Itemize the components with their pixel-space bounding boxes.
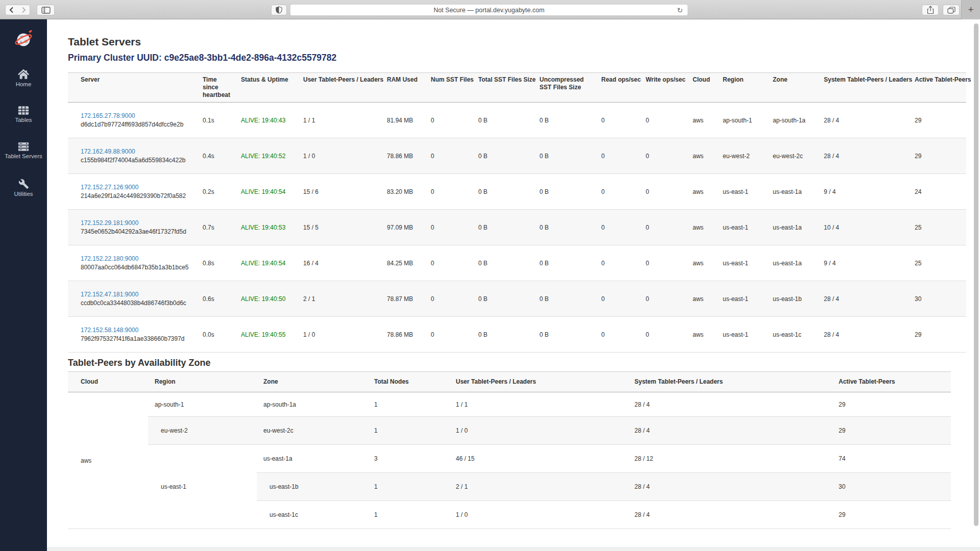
- vertical-scrollbar-thumb[interactable]: [974, 23, 978, 526]
- column-header-unc-sst: Uncompressed SST Files Size: [534, 73, 596, 103]
- cell-num-sst: 0: [426, 174, 473, 210]
- cell-unc-sst: 0 B: [534, 245, 596, 281]
- cell-user-peers: 2 / 1: [449, 473, 628, 501]
- sidebar-item-tablet-servers[interactable]: Tablet Servers: [0, 142, 47, 159]
- share-button[interactable]: [922, 5, 939, 15]
- cell-user-peers: 15 / 5: [298, 210, 382, 245]
- column-header-server: Server: [68, 73, 198, 103]
- cell-zone: us-east-1b: [768, 281, 819, 317]
- cell-zone: us-east-1c: [768, 317, 819, 353]
- server-link[interactable]: 172.152.47.181:9000: [81, 291, 193, 298]
- cell-region: us-east-1: [718, 210, 768, 245]
- cell-ram: 83.20 MB: [382, 174, 426, 210]
- cell-cloud: aws: [688, 281, 718, 317]
- cell-status: ALIVE: 19:40:52: [236, 138, 298, 174]
- az-section-title: Tablet-Peers by Availability Zone: [68, 358, 980, 368]
- cell-num-sst: 0: [426, 138, 473, 174]
- privacy-shield-button[interactable]: [271, 5, 287, 15]
- cell-zone: ap-south-1a: [768, 103, 819, 138]
- cell-user-peers: 2 / 1: [298, 281, 382, 317]
- server-link[interactable]: 172.152.27.126:9000: [81, 184, 193, 191]
- cell-active-peers: 29: [910, 317, 966, 353]
- sidebar-item-tables[interactable]: Tables: [0, 106, 47, 123]
- cell-sst-size: 0 B: [473, 138, 534, 174]
- cell-active-peers: 25: [910, 245, 966, 281]
- cell-read-ops: 0: [596, 138, 641, 174]
- plus-icon: +: [968, 4, 973, 15]
- server-uuid: ccdb0c0ca33448038b4d86746f3b0d6c: [81, 299, 193, 307]
- column-header-status: Status & Uptime: [236, 73, 298, 103]
- cell-write-ops: 0: [641, 103, 688, 138]
- column-header-user-peers: User Tablet-Peers / Leaders: [298, 73, 382, 103]
- server-link[interactable]: 172.152.22.180:9000: [81, 255, 193, 262]
- url-bar[interactable]: Not Secure — portal.dev.yugabyte.com ↻: [290, 4, 688, 16]
- cell-num-sst: 0: [426, 245, 473, 281]
- cell-system-peers: 10 / 4: [819, 210, 910, 245]
- sidebar-toggle-button[interactable]: [37, 5, 55, 15]
- refresh-icon[interactable]: ↻: [677, 6, 683, 15]
- cell-user-peers: 1 / 0: [298, 317, 382, 353]
- table-row: 172.152.22.180:9000 80007aa0cc064db6847b…: [68, 245, 966, 281]
- app-sidebar: Home Tables Tablet Servers Utili: [0, 19, 47, 551]
- back-button[interactable]: [5, 5, 18, 15]
- column-header-sst-size: Total SST Files Size: [473, 73, 534, 103]
- cell-system-peers: 28 / 4: [628, 417, 832, 445]
- cell-region: us-east-1: [718, 174, 768, 210]
- cell-heartbeat: 0.7s: [198, 210, 236, 245]
- cell-user-peers: 15 / 6: [298, 174, 382, 210]
- cell-region: ap-south-1: [148, 392, 257, 417]
- cell-system-peers: 28 / 4: [819, 281, 910, 317]
- column-header-active-peers: Active Tablet-Peers: [910, 73, 966, 103]
- az-table: Cloud Region Zone Total Nodes User Table…: [68, 371, 951, 529]
- table-row: 172.152.58.148:9000 7962f975327f41f6a1ae…: [68, 317, 966, 353]
- app-logo[interactable]: [0, 29, 47, 50]
- cell-cloud: aws: [688, 210, 718, 245]
- home-icon: [18, 69, 29, 80]
- cell-user-peers: 16 / 4: [298, 245, 382, 281]
- horizontal-scrollbar-track[interactable]: [47, 547, 980, 551]
- cell-system-peers: 28 / 4: [819, 103, 910, 138]
- server-link[interactable]: 172.162.49.88:9000: [81, 148, 193, 155]
- cell-sst-size: 0 B: [473, 103, 534, 138]
- new-tab-button[interactable]: +: [961, 0, 980, 19]
- sidebar-item-utilities[interactable]: Utilities: [0, 179, 47, 197]
- table-row: aws ap-south-1 ap-south-1a 1 1 / 1 28 / …: [68, 392, 951, 417]
- cell-total-nodes: 3: [368, 445, 449, 473]
- sidebar-item-label: Tables: [15, 117, 32, 123]
- cell-active-peers: 30: [832, 473, 951, 501]
- server-link[interactable]: 172.165.27.78:9000: [81, 112, 193, 119]
- column-header-zone: Zone: [768, 73, 819, 103]
- server-uuid: 7345e0652b404292a3ae46f17327fd5d: [81, 228, 193, 235]
- cell-zone: eu-west-2c: [257, 417, 368, 445]
- cell-zone: us-east-1c: [257, 501, 368, 529]
- cell-system-peers: 28 / 4: [628, 392, 832, 417]
- cell-user-peers: 1 / 0: [298, 138, 382, 174]
- cell-num-sst: 0: [426, 103, 473, 138]
- table-header-row: Cloud Region Zone Total Nodes User Table…: [68, 372, 951, 392]
- tab-overview-button[interactable]: [943, 5, 960, 15]
- cell-write-ops: 0: [641, 281, 688, 317]
- forward-button[interactable]: [17, 5, 30, 15]
- cell-heartbeat: 0.1s: [198, 103, 236, 138]
- cell-heartbeat: 0.6s: [198, 281, 236, 317]
- server-link[interactable]: 172.152.58.148:9000: [81, 327, 193, 334]
- column-header-system-peers: System Tablet-Peers / Leaders: [628, 372, 832, 392]
- server-uuid: 7962f975327f41f6a1ae338660b7397d: [81, 335, 193, 342]
- cell-heartbeat: 0.4s: [198, 138, 236, 174]
- cell-region: eu-west-2: [718, 138, 768, 174]
- cell-unc-sst: 0 B: [534, 281, 596, 317]
- cell-sst-size: 0 B: [473, 245, 534, 281]
- column-header-region: Region: [148, 372, 257, 392]
- server-uuid: 214a6e29f1a24c449829390b72f0a582: [81, 192, 193, 199]
- cell-system-peers: 28 / 4: [819, 317, 910, 353]
- server-link[interactable]: 172.152.29.181:9000: [81, 219, 193, 227]
- cell-status: ALIVE: 19:40:54: [236, 174, 298, 210]
- sidebar-item-label: Tablet Servers: [5, 153, 42, 159]
- column-header-active-peers: Active Tablet-Peers: [832, 372, 951, 392]
- back-chevron-icon: [9, 7, 14, 13]
- shield-icon: [276, 6, 282, 14]
- cell-cloud: aws: [688, 103, 718, 138]
- sidebar-item-home[interactable]: Home: [0, 69, 47, 87]
- column-header-cloud: Cloud: [68, 372, 148, 392]
- cell-status: ALIVE: 19:40:55: [236, 317, 298, 353]
